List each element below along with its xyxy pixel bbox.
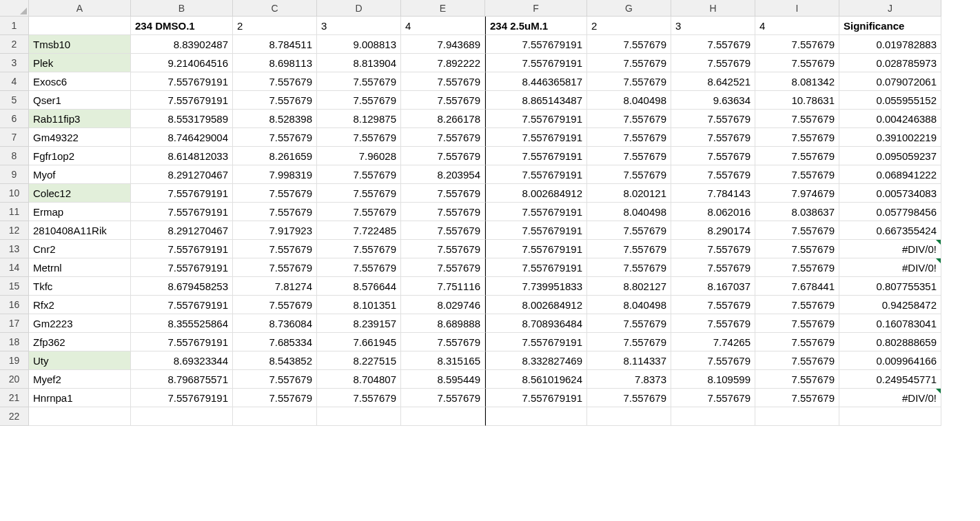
cell-B18[interactable]: 7.557679191 — [131, 333, 233, 351]
cell-A11[interactable]: Ermap — [29, 203, 131, 221]
cell-F2[interactable]: 7.557679191 — [485, 35, 587, 54]
cell-I21[interactable]: 7.557679 — [755, 389, 839, 407]
header-cell-F[interactable]: 234 2.5uM.1 — [485, 17, 587, 35]
row-header-14[interactable]: 14 — [0, 258, 29, 277]
cell-I5[interactable]: 10.78631 — [755, 91, 839, 110]
cell-H4[interactable]: 8.642521 — [671, 72, 755, 91]
cell-H5[interactable]: 9.63634 — [671, 91, 755, 110]
cell-F9[interactable]: 7.557679191 — [485, 165, 587, 184]
cell-B4[interactable]: 7.557679191 — [131, 72, 233, 91]
col-header-D[interactable]: D — [317, 0, 401, 17]
cell-C18[interactable]: 7.685334 — [233, 333, 317, 351]
cell-C13[interactable]: 7.557679 — [233, 240, 317, 258]
row-header-7[interactable]: 7 — [0, 128, 29, 147]
cell-C6[interactable]: 8.528398 — [233, 110, 317, 128]
cell-D21[interactable]: 7.557679 — [317, 389, 401, 407]
cell-F6[interactable]: 7.557679191 — [485, 110, 587, 128]
cell-J8[interactable]: 0.095059237 — [839, 147, 941, 165]
cell-F22[interactable] — [485, 407, 587, 426]
row-header-13[interactable]: 13 — [0, 240, 29, 258]
cell-A12[interactable]: 2810408A11Rik — [29, 221, 131, 240]
cell-H15[interactable]: 8.167037 — [671, 277, 755, 296]
cell-D5[interactable]: 7.557679 — [317, 91, 401, 110]
cell-I10[interactable]: 7.974679 — [755, 184, 839, 203]
cell-J5[interactable]: 0.055955152 — [839, 91, 941, 110]
cell-E14[interactable]: 7.557679 — [401, 258, 485, 277]
cell-H17[interactable]: 7.557679 — [671, 314, 755, 333]
cell-H22[interactable] — [671, 407, 755, 426]
cell-F14[interactable]: 7.557679191 — [485, 258, 587, 277]
cell-J15[interactable]: 0.807755351 — [839, 277, 941, 296]
cell-J19[interactable]: 0.009964166 — [839, 351, 941, 370]
cell-A4[interactable]: Exosc6 — [29, 72, 131, 91]
cell-B8[interactable]: 8.614812033 — [131, 147, 233, 165]
cell-I20[interactable]: 7.557679 — [755, 370, 839, 389]
cell-J14[interactable]: #DIV/0! — [839, 258, 941, 277]
cell-H11[interactable]: 8.062016 — [671, 203, 755, 221]
header-cell-E[interactable]: 4 — [401, 17, 485, 35]
cell-A19[interactable]: Uty — [29, 351, 131, 370]
cell-H3[interactable]: 7.557679 — [671, 54, 755, 72]
cell-J6[interactable]: 0.004246388 — [839, 110, 941, 128]
row-header-8[interactable]: 8 — [0, 147, 29, 165]
cell-I14[interactable]: 7.557679 — [755, 258, 839, 277]
cell-G9[interactable]: 7.557679 — [587, 165, 671, 184]
col-header-J[interactable]: J — [839, 0, 941, 17]
cell-E2[interactable]: 7.943689 — [401, 35, 485, 54]
cell-A17[interactable]: Gm2223 — [29, 314, 131, 333]
cell-I7[interactable]: 7.557679 — [755, 128, 839, 147]
cell-A2[interactable]: Tmsb10 — [29, 35, 131, 54]
spreadsheet-grid[interactable]: ABCDEFGHIJ1234 DMSO.1234234 2.5uM.1234Si… — [0, 0, 941, 426]
col-header-C[interactable]: C — [233, 0, 317, 17]
cell-J13[interactable]: #DIV/0! — [839, 240, 941, 258]
header-cell-G[interactable]: 2 — [587, 17, 671, 35]
cell-I4[interactable]: 8.081342 — [755, 72, 839, 91]
cell-G16[interactable]: 8.040498 — [587, 296, 671, 314]
cell-D20[interactable]: 8.704807 — [317, 370, 401, 389]
row-header-1[interactable]: 1 — [0, 17, 29, 35]
header-cell-B[interactable]: 234 DMSO.1 — [131, 17, 233, 35]
cell-I12[interactable]: 7.557679 — [755, 221, 839, 240]
cell-C16[interactable]: 7.557679 — [233, 296, 317, 314]
cell-C10[interactable]: 7.557679 — [233, 184, 317, 203]
cell-H9[interactable]: 7.557679 — [671, 165, 755, 184]
cell-J20[interactable]: 0.249545771 — [839, 370, 941, 389]
cell-I15[interactable]: 7.678441 — [755, 277, 839, 296]
cell-H6[interactable]: 7.557679 — [671, 110, 755, 128]
header-cell-A[interactable] — [29, 17, 131, 35]
cell-G15[interactable]: 8.802127 — [587, 277, 671, 296]
cell-A10[interactable]: Colec12 — [29, 184, 131, 203]
cell-A16[interactable]: Rfx2 — [29, 296, 131, 314]
header-cell-D[interactable]: 3 — [317, 17, 401, 35]
cell-F20[interactable]: 8.561019624 — [485, 370, 587, 389]
cell-E13[interactable]: 7.557679 — [401, 240, 485, 258]
cell-H19[interactable]: 7.557679 — [671, 351, 755, 370]
cell-C17[interactable]: 8.736084 — [233, 314, 317, 333]
row-header-6[interactable]: 6 — [0, 110, 29, 128]
cell-G14[interactable]: 7.557679 — [587, 258, 671, 277]
cell-A5[interactable]: Qser1 — [29, 91, 131, 110]
cell-B11[interactable]: 7.557679191 — [131, 203, 233, 221]
select-all-corner[interactable] — [0, 0, 29, 17]
cell-I22[interactable] — [755, 407, 839, 426]
row-header-22[interactable]: 22 — [0, 407, 29, 426]
cell-H10[interactable]: 7.784143 — [671, 184, 755, 203]
cell-D13[interactable]: 7.557679 — [317, 240, 401, 258]
cell-J2[interactable]: 0.019782883 — [839, 35, 941, 54]
cell-E19[interactable]: 8.315165 — [401, 351, 485, 370]
cell-C8[interactable]: 8.261659 — [233, 147, 317, 165]
cell-E9[interactable]: 8.203954 — [401, 165, 485, 184]
cell-F3[interactable]: 7.557679191 — [485, 54, 587, 72]
cell-J22[interactable] — [839, 407, 941, 426]
row-header-15[interactable]: 15 — [0, 277, 29, 296]
cell-I8[interactable]: 7.557679 — [755, 147, 839, 165]
cell-J21[interactable]: #DIV/0! — [839, 389, 941, 407]
cell-C12[interactable]: 7.917923 — [233, 221, 317, 240]
cell-E3[interactable]: 7.892222 — [401, 54, 485, 72]
cell-H8[interactable]: 7.557679 — [671, 147, 755, 165]
cell-F13[interactable]: 7.557679191 — [485, 240, 587, 258]
cell-B2[interactable]: 8.83902487 — [131, 35, 233, 54]
cell-D22[interactable] — [317, 407, 401, 426]
cell-A3[interactable]: Plek — [29, 54, 131, 72]
cell-H20[interactable]: 8.109599 — [671, 370, 755, 389]
